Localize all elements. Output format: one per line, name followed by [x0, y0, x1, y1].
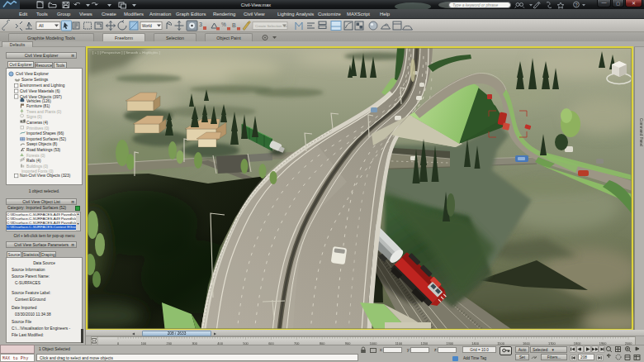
svg-text:B: B: [232, 22, 236, 28]
svg-text:Imported Fonts (0): Imported Fonts (0): [21, 169, 54, 174]
svg-text:Swept Objects (8): Swept Objects (8): [26, 142, 58, 146]
svg-text:Imported Surfaces (52): Imported Surfaces (52): [26, 137, 66, 141]
svg-text:Road Markings (53): Road Markings (53): [26, 148, 61, 152]
svg-text:Environment and Lighting: Environment and Lighting: [20, 83, 65, 88]
svg-text:[ + ] [ Perspective ] [ Smooth: [ + ] [ Perspective ] [ Smooth + Highlig…: [92, 50, 160, 55]
svg-text:3: 3: [199, 21, 202, 27]
svg-text:Rails (4): Rails (4): [26, 159, 41, 163]
svg-text:Create Selection Se: Create Selection Se: [255, 24, 288, 28]
svg-text:World: World: [142, 24, 152, 28]
svg-text:Non-Civil View Objects (323): Non-Civil View Objects (323): [20, 174, 71, 178]
svg-text:Buildings (0): Buildings (0): [26, 164, 48, 169]
svg-text:%: %: [221, 21, 226, 27]
svg-text:Scene Settings: Scene Settings: [21, 78, 49, 82]
svg-text:Trees and Plants (0): Trees and Plants (0): [26, 110, 62, 114]
svg-text:Cameras (4): Cameras (4): [26, 121, 48, 125]
svg-text:Primitives (0): Primitives (0): [26, 126, 50, 131]
svg-text:Furniture (81): Furniture (81): [26, 104, 50, 108]
svg-text:?: ?: [575, 2, 578, 7]
svg-text:Vehicles (126): Vehicles (126): [26, 99, 51, 103]
svg-text:All: All: [39, 23, 44, 28]
svg-text:Imported Shapes (66): Imported Shapes (66): [26, 131, 64, 136]
svg-text:Civil View Explorer: Civil View Explorer: [16, 72, 49, 76]
svg-text:Signs (0): Signs (0): [26, 115, 42, 119]
svg-text:Civil View Materials (6): Civil View Materials (6): [20, 89, 60, 93]
svg-text:Forests (0): Forests (0): [26, 154, 45, 158]
